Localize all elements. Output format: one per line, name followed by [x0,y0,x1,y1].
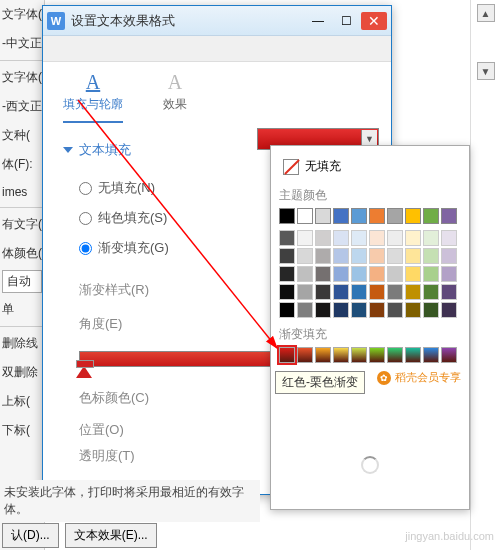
swatch-tooltip: 红色-栗色渐变 [275,371,365,394]
color-swatch[interactable] [441,266,457,282]
color-swatch[interactable] [333,208,349,224]
color-swatch[interactable] [441,302,457,318]
color-swatch[interactable] [387,302,403,318]
gradient-swatch[interactable] [405,347,421,363]
color-swatch[interactable] [351,208,367,224]
color-swatch[interactable] [351,284,367,300]
color-swatch[interactable] [405,266,421,282]
color-swatch[interactable] [423,208,439,224]
default-button[interactable]: 认(D)... [2,523,59,548]
color-swatch[interactable] [297,302,313,318]
tab-effects[interactable]: A 效果 [163,72,187,123]
color-swatch[interactable] [351,248,367,264]
color-swatch[interactable] [279,208,295,224]
color-swatch[interactable] [369,248,385,264]
color-swatch[interactable] [441,248,457,264]
color-swatch[interactable] [279,284,295,300]
color-swatch[interactable] [423,230,439,246]
color-swatch[interactable] [333,266,349,282]
gradient-swatch[interactable] [351,347,367,363]
color-swatch[interactable] [297,266,313,282]
color-swatch[interactable] [405,284,421,300]
field-label: 透明度(T) [79,447,135,465]
color-swatch[interactable] [333,284,349,300]
gradient-swatch[interactable] [387,347,403,363]
bg-label: 体(F): [0,150,44,179]
color-swatch[interactable] [387,266,403,282]
no-fill-option[interactable]: 无填充 [279,154,461,179]
close-button[interactable]: ✕ [361,12,387,30]
gradient-swatch[interactable] [333,347,349,363]
color-swatch[interactable] [405,248,421,264]
bg-auto-button[interactable]: 自动 [2,270,42,293]
color-swatch[interactable] [423,284,439,300]
color-swatch[interactable] [369,230,385,246]
color-swatch[interactable] [315,302,331,318]
text-effects-button[interactable]: 文本效果(E)... [65,523,157,548]
color-swatch[interactable] [315,284,331,300]
theme-shade-row [279,230,461,246]
color-swatch[interactable] [297,284,313,300]
color-swatch[interactable] [405,208,421,224]
color-swatch[interactable] [405,302,421,318]
color-swatch[interactable] [387,284,403,300]
color-swatch[interactable] [333,302,349,318]
color-swatch[interactable] [315,248,331,264]
color-swatch[interactable] [405,230,421,246]
color-swatch[interactable] [369,266,385,282]
scroll-down-button[interactable]: ▼ [477,62,495,80]
color-swatch[interactable] [315,230,331,246]
bg-label: 单 [0,295,44,324]
gradient-stop-handle[interactable] [76,366,92,378]
color-swatch[interactable] [423,248,439,264]
dialog-toolbar [43,36,391,62]
text-fill-icon: A [63,72,123,92]
color-swatch[interactable] [423,266,439,282]
color-swatch[interactable] [369,284,385,300]
gradient-swatch[interactable] [297,347,313,363]
color-swatch[interactable] [351,266,367,282]
tab-fill-outline[interactable]: A 填充与轮廓 [63,72,123,123]
color-swatch[interactable] [369,302,385,318]
loading-spinner-icon [361,456,379,474]
color-swatch[interactable] [351,230,367,246]
theme-row [279,208,461,224]
gradient-swatch[interactable] [279,347,295,363]
section-title: 文本填充 [79,141,131,159]
field-label: 角度(E) [79,316,122,331]
color-swatch[interactable] [315,208,331,224]
color-swatch[interactable] [387,248,403,264]
bg-label: -中文正 [0,29,44,58]
color-swatch[interactable] [423,302,439,318]
gradient-swatch[interactable] [423,347,439,363]
color-swatch[interactable] [351,302,367,318]
color-swatch[interactable] [279,266,295,282]
color-swatch[interactable] [387,230,403,246]
color-swatch[interactable] [369,208,385,224]
color-swatch[interactable] [441,230,457,246]
field-label: 色标颜色(C) [79,390,149,405]
color-swatch[interactable] [297,230,313,246]
color-swatch[interactable] [333,248,349,264]
gradient-swatch[interactable] [441,347,457,363]
color-swatch[interactable] [297,208,313,224]
color-swatch[interactable] [279,230,295,246]
scroll-up-button[interactable]: ▲ [477,4,495,22]
minimize-button[interactable]: — [305,12,331,30]
color-swatch[interactable] [441,284,457,300]
color-swatch[interactable] [387,208,403,224]
color-swatch[interactable] [441,208,457,224]
color-swatch[interactable] [333,230,349,246]
dialog-title: 设置文本效果格式 [71,12,303,30]
gradient-swatch[interactable] [315,347,331,363]
theme-shade-row [279,284,461,300]
color-swatch[interactable] [279,302,295,318]
gradient-swatch[interactable] [369,347,385,363]
bg-label: 文种( [0,121,44,150]
color-swatch[interactable] [279,248,295,264]
color-swatch[interactable] [315,266,331,282]
maximize-button[interactable]: ☐ [333,12,359,30]
color-swatch[interactable] [297,248,313,264]
app-logo-icon: W [47,12,65,30]
watermark: jingyan.baidu.com [405,530,494,542]
